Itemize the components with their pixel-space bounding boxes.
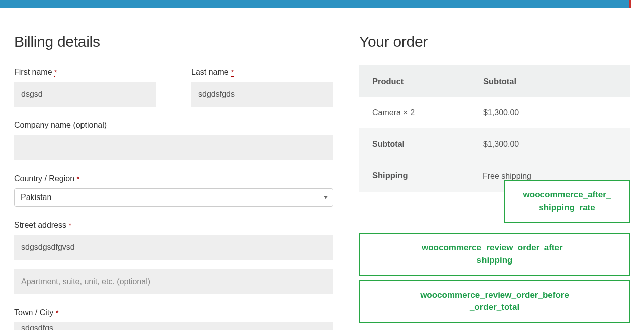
billing-title: Billing details [14,33,333,50]
required-mark: * [56,308,59,317]
hook-after-shipping-rate: woocommerce_after_shipping_rate [504,180,630,223]
town-input[interactable] [14,322,333,330]
order-subtotal-row: Subtotal $1,300.00 [359,128,630,160]
required-mark: * [54,68,57,77]
town-label: Town / City * [14,308,333,317]
required-mark: * [231,68,234,77]
order-item-subtotal: $1,300.00 [483,108,617,117]
first-name-label: First name * [14,68,156,77]
order-item-name: Camera × 2 [372,108,483,117]
company-field: Company name (optional) [14,121,333,160]
town-label-text: Town / City [14,308,53,317]
order-shipping-value: Free shipping [475,171,630,181]
order-subtotal-label: Subtotal [372,140,483,149]
country-select[interactable]: Pakistan [14,188,333,207]
hook-label: woocommerce_review_order_before_order_to… [420,290,569,312]
street2-wrap [14,269,333,294]
first-name-input[interactable] [14,82,156,107]
order-table-header: Product Subtotal [359,65,630,97]
hook-label: woocommerce_review_order_after_shipping [422,243,568,265]
top-accent-bar [0,0,629,8]
chevron-down-icon [324,196,328,199]
first-name-field: First name * [14,68,156,107]
order-th-product: Product [372,77,483,86]
order-title: Your order [359,33,630,50]
checkout-container: Billing details First name * Last name *… [0,8,644,330]
country-label: Country / Region * [14,174,333,183]
last-name-input[interactable] [191,82,333,107]
required-mark: * [69,221,72,230]
first-name-label-text: First name [14,68,52,76]
country-selected-value: Pakistan [21,193,51,202]
street-input-2[interactable] [14,269,333,294]
order-subtotal-value: $1,300.00 [483,140,617,149]
hook-review-after-shipping: woocommerce_review_order_after_shipping [359,233,630,276]
hook-review-before-total: woocommerce_review_order_before_order_to… [359,280,630,323]
order-shipping-label: Shipping [372,171,475,180]
billing-column: Billing details First name * Last name *… [14,33,333,330]
hook-label: woocommerce_after_shipping_rate [523,190,611,212]
order-table: Product Subtotal Camera × 2 $1,300.00 Su… [359,65,630,192]
street-field: Street address * [14,221,333,260]
street-label: Street address * [14,221,333,230]
order-column: Your order Product Subtotal Camera × 2 $… [359,33,630,330]
street-label-text: Street address [14,221,66,229]
country-field: Country / Region * Pakistan [14,174,333,207]
town-field: Town / City * [14,308,333,330]
company-label: Company name (optional) [14,121,333,130]
required-mark: * [77,174,80,183]
order-item-row: Camera × 2 $1,300.00 [359,97,630,128]
street-input-1[interactable] [14,235,333,260]
country-label-text: Country / Region [14,174,74,183]
last-name-label-text: Last name [191,68,229,76]
company-input[interactable] [14,135,333,160]
last-name-field: Last name * [191,68,333,107]
order-th-subtotal: Subtotal [483,77,617,86]
last-name-label: Last name * [191,68,333,77]
